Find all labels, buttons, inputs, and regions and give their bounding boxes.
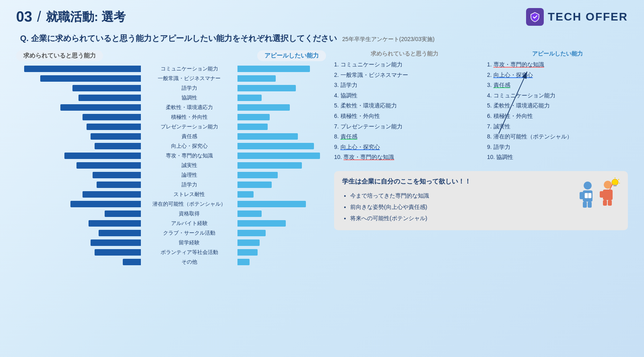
rank-number: 6. bbox=[487, 112, 492, 120]
chart-row: クラブ・サークル活動 bbox=[16, 229, 326, 237]
rank-item: 9.語学力 bbox=[487, 143, 628, 151]
chart-row-label: 語学力 bbox=[141, 85, 237, 92]
chart-row-label: 専攻・専門的な知識 bbox=[141, 152, 237, 159]
chart-row: コミュニケーション能力 bbox=[16, 64, 326, 73]
chart-row-label: その他 bbox=[141, 258, 237, 266]
chart-row-label: 一般常識・ビジネスマナー bbox=[141, 75, 237, 82]
rank-number: 3. bbox=[334, 81, 339, 89]
rank-item: 10.専攻・専門的な知識 bbox=[334, 153, 475, 161]
chart-row-label: 積極性・外向性 bbox=[141, 113, 237, 121]
rank-item: 1.コミュニケーション能力 bbox=[334, 61, 475, 69]
right-section: 求められていると思う能力 1.コミュニケーション能力2.一般常識・ビジネスマナー… bbox=[334, 50, 628, 230]
chart-row: 論理性 bbox=[16, 171, 326, 180]
chart-row-label: 潜在的可能性（ポテンシャル） bbox=[141, 200, 237, 208]
bottom-box-items: 今まで培ってきた専門的な知識前向きな姿勢(向上心や責任感)将来への可能性(ポテン… bbox=[342, 190, 471, 224]
bottom-box-inner: 学生は企業に自分のここを知って欲しい！！ 今まで培ってきた専門的な知識前向きな姿… bbox=[342, 177, 620, 224]
chart-row: 語学力 bbox=[16, 180, 326, 189]
chart-row-label: 協調性 bbox=[141, 94, 237, 101]
svg-rect-13 bbox=[603, 200, 607, 206]
rank-item: 5.柔軟性・環境適応能力 bbox=[334, 102, 475, 110]
chart-row: ボランティア等社会活動 bbox=[16, 248, 326, 257]
chart-row-label: 向上心・探究心 bbox=[141, 142, 237, 150]
svg-rect-3 bbox=[580, 192, 584, 199]
rank-text: プレゼンテーション能力 bbox=[341, 123, 402, 131]
logo-icon bbox=[526, 8, 544, 26]
rank-number: 10. bbox=[334, 153, 342, 161]
svg-rect-12 bbox=[609, 191, 613, 198]
bottom-box-item: 将来への可能性(ポテンシャル) bbox=[350, 213, 471, 224]
chart-row: 柔軟性・環境適応力 bbox=[16, 103, 326, 112]
left-rank-items: 1.コミュニケーション能力2.一般常識・ビジネスマナー3.語学力4.協調性5.柔… bbox=[334, 61, 475, 161]
rank-text: 積極性・外向性 bbox=[341, 112, 380, 120]
rank-number: 2. bbox=[334, 71, 339, 79]
chart-row: 積極性・外向性 bbox=[16, 113, 326, 122]
svg-rect-16 bbox=[613, 185, 617, 186]
chart-left-label: 求められていると思う能力 bbox=[16, 50, 103, 61]
rank-item: 7.プレゼンテーション能力 bbox=[334, 123, 475, 131]
rank-number: 4. bbox=[487, 92, 492, 100]
page-title: 就職活動: 選考 bbox=[46, 9, 126, 25]
svg-point-15 bbox=[612, 179, 618, 186]
question-text: Q. 企業に求められていると思う能力とアピールしたい能力をそれぞれ選択してくださ… bbox=[20, 34, 337, 43]
svg-rect-14 bbox=[608, 200, 612, 206]
rank-text: 協調性 bbox=[496, 153, 513, 161]
rank-text: 一般常識・ビジネスマナー bbox=[341, 71, 408, 79]
chart-row: 一般常識・ビジネスマナー bbox=[16, 74, 326, 83]
illustration bbox=[576, 177, 620, 210]
rank-text: 誠実性 bbox=[493, 123, 510, 131]
chart-row-label: クラブ・サークル活動 bbox=[141, 229, 237, 237]
rank-item: 2.一般常識・ビジネスマナー bbox=[334, 71, 475, 79]
logo-text: TECH OFFER bbox=[548, 10, 628, 23]
chart-row-label: アルバイト経験 bbox=[141, 220, 237, 227]
chart-row: その他 bbox=[16, 258, 326, 266]
rank-text: 専攻・専門的な知識 bbox=[493, 61, 544, 69]
rank-text: 協調性 bbox=[341, 92, 357, 100]
rank-item: 4.協調性 bbox=[334, 92, 475, 100]
chart-row-label: ストレス耐性 bbox=[141, 191, 237, 198]
chart-labels-row: 求められていると思う能力 アピールしたい能力 bbox=[16, 50, 326, 61]
chart-right-label: アピールしたい能力 bbox=[257, 50, 326, 61]
rank-number: 5. bbox=[487, 102, 492, 110]
svg-point-1 bbox=[584, 182, 592, 190]
rank-item: 4.コミュニケーション能力 bbox=[487, 92, 628, 100]
rank-item: 1.専攻・専門的な知識 bbox=[487, 61, 628, 69]
rank-left-header: 求められていると思う能力 bbox=[334, 50, 475, 58]
rank-text: 柔軟性・環境適応能力 bbox=[493, 102, 550, 110]
chart-row: 資格取得 bbox=[16, 209, 326, 218]
rank-text: 潜在的可能性（ポテンシャル） bbox=[493, 133, 572, 141]
rank-item: 6.積極性・外向性 bbox=[334, 112, 475, 120]
chart-area: コミュニケーション能力一般常識・ビジネスマナー語学力協調性柔軟性・環境適応力積極… bbox=[16, 64, 326, 266]
svg-rect-6 bbox=[588, 202, 592, 208]
rank-number: 1. bbox=[487, 61, 492, 69]
svg-rect-5 bbox=[583, 202, 587, 208]
ranking-columns: 求められていると思う能力 1.コミュニケーション能力2.一般常識・ビジネスマナー… bbox=[334, 50, 628, 164]
rank-number: 1. bbox=[334, 61, 339, 69]
rank-number: 8. bbox=[334, 133, 339, 141]
rank-number: 7. bbox=[334, 123, 339, 131]
rank-number: 10. bbox=[487, 153, 495, 161]
rank-item: 8.責任感 bbox=[334, 133, 475, 141]
rank-number: 8. bbox=[487, 133, 492, 141]
chart-row-label: ボランティア等社会活動 bbox=[141, 249, 237, 256]
chart-row: 協調性 bbox=[16, 93, 326, 102]
rank-right-header: アピールしたい能力 bbox=[487, 50, 628, 58]
right-rank-items: 1.専攻・専門的な知識2.向上心・探究心3.責任感4.コミュニケーション能力5.… bbox=[487, 61, 628, 161]
chart-row-label: 留学経験 bbox=[141, 239, 237, 246]
figure-area bbox=[576, 177, 620, 210]
header-left: 03 / 就職活動: 選考 bbox=[16, 8, 126, 25]
chart-row-label: コミュニケーション能力 bbox=[141, 65, 237, 72]
rank-text: 語学力 bbox=[341, 81, 357, 89]
rank-text: 責任感 bbox=[493, 81, 510, 89]
chart-row-label: プレゼンテーション能力 bbox=[141, 123, 237, 130]
bottom-box-title: 学生は企業に自分のここを知って欲しい！！ bbox=[342, 177, 471, 186]
rank-item: 7.誠実性 bbox=[487, 123, 628, 131]
rank-item: 3.責任感 bbox=[487, 81, 628, 89]
bottom-box-item: 前向きな姿勢(向上心や責任感) bbox=[350, 201, 471, 213]
chart-row: プレゼンテーション能力 bbox=[16, 122, 326, 131]
chart-row-label: 論理性 bbox=[141, 171, 237, 179]
rank-number: 9. bbox=[487, 143, 492, 151]
rank-item: 10.協調性 bbox=[487, 153, 628, 161]
rank-text: 向上心・探究心 bbox=[341, 143, 380, 151]
chart-row-label: 責任感 bbox=[141, 133, 237, 140]
rank-number: 3. bbox=[487, 81, 492, 89]
